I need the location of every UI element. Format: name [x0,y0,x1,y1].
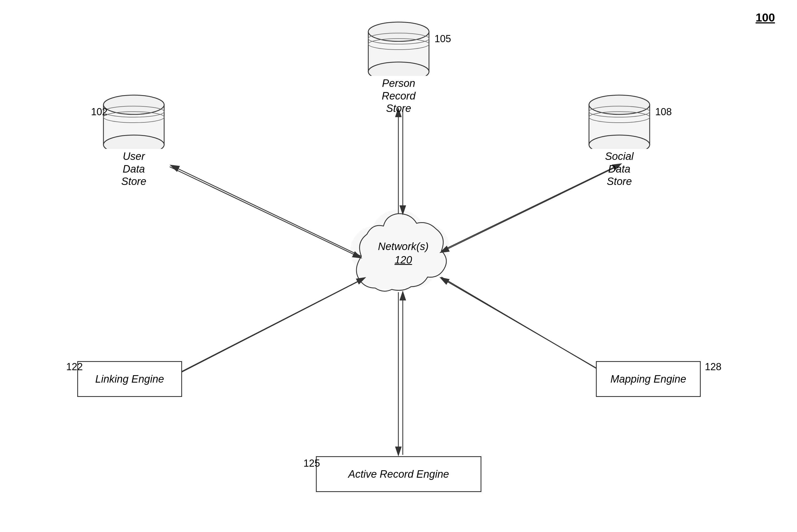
person-record-store: Person Record Store [367,18,430,76]
svg-line-11 [170,167,361,258]
user-data-store: User Data Store [102,91,165,149]
diagram-container: 100 [0,0,797,532]
svg-line-10 [171,165,361,256]
mapping-engine: Mapping Engine [596,361,701,397]
linking-engine-label: Linking Engine [95,373,164,385]
active-record-engine-ref: 125 [304,458,320,469]
person-record-store-label: Person Record Store [382,77,416,115]
social-data-store: Social Data Store [587,91,651,149]
user-data-store-label: User Data Store [118,150,150,188]
main-ref-label: 100 [756,11,775,24]
mapping-engine-ref: 128 [705,361,721,373]
svg-line-17 [441,278,615,379]
active-record-engine-label: Active Record Engine [348,468,449,480]
linking-engine-ref: 122 [66,361,83,373]
svg-line-12 [441,164,621,251]
network-cloud: Network(s) 120 [378,240,429,267]
social-data-store-cylinder [587,91,651,149]
network-ref: 120 [378,253,429,267]
user-data-store-cylinder [102,91,165,149]
social-data-store-label: Social Data Store [604,150,635,188]
active-record-engine: Active Record Engine [316,456,482,492]
svg-line-13 [441,165,619,252]
person-record-store-ref: 105 [435,33,451,45]
person-record-store-cylinder [367,18,430,76]
svg-line-15 [167,278,365,379]
linking-engine: Linking Engine [77,361,182,397]
network-label: Network(s) 120 [378,240,429,267]
svg-line-14 [165,279,364,380]
mapping-engine-label: Mapping Engine [611,373,686,385]
user-data-store-ref: 102 [91,106,108,118]
social-data-store-ref: 108 [655,106,672,118]
svg-line-16 [441,277,617,380]
